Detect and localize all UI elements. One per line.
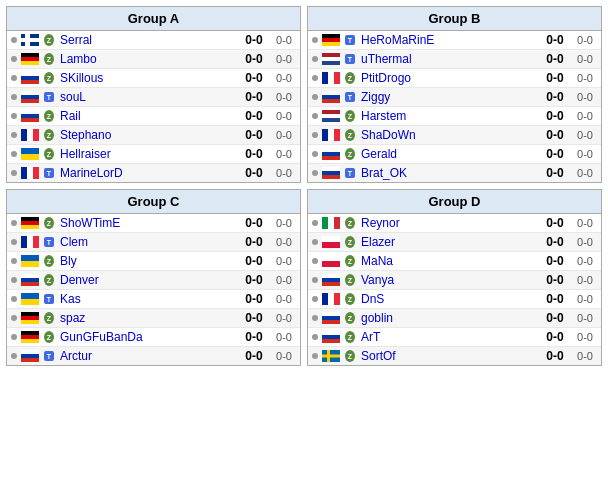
player-name[interactable]: SKillous: [60, 71, 240, 85]
player-race-icon: Z: [343, 311, 357, 325]
player-name[interactable]: Bly: [60, 254, 240, 268]
player-name[interactable]: DnS: [361, 292, 541, 306]
player-name[interactable]: Brat_OK: [361, 166, 541, 180]
player-name[interactable]: Rail: [60, 109, 240, 123]
player-race-icon: Z: [42, 273, 56, 287]
player-name[interactable]: ShoWTimE: [60, 216, 240, 230]
player-name[interactable]: SortOf: [361, 349, 541, 363]
player-name[interactable]: Hellraiser: [60, 147, 240, 161]
score-maps: 0-0: [573, 331, 597, 343]
score-main: 0-0: [541, 33, 569, 47]
table-row: ZSerral0-00-0: [7, 31, 300, 50]
svg-rect-15: [21, 91, 39, 95]
player-name[interactable]: Clem: [60, 235, 240, 249]
player-race-icon: Z: [343, 292, 357, 306]
svg-rect-61: [322, 118, 340, 122]
score-main: 0-0: [240, 52, 268, 66]
svg-rect-95: [21, 282, 39, 286]
score-main: 0-0: [240, 109, 268, 123]
svg-rect-89: [21, 255, 39, 261]
score-maps: 0-0: [573, 91, 597, 103]
row-dot: [11, 220, 17, 226]
player-race-icon: T: [343, 52, 357, 66]
svg-text:Z: Z: [348, 113, 353, 120]
svg-text:T: T: [47, 353, 52, 360]
player-name[interactable]: Kas: [60, 292, 240, 306]
svg-rect-7: [21, 61, 39, 65]
player-name[interactable]: Elazer: [361, 235, 541, 249]
score-main: 0-0: [541, 292, 569, 306]
score-maps: 0-0: [272, 274, 296, 286]
player-name[interactable]: Gerald: [361, 147, 541, 161]
row-dot: [312, 277, 318, 283]
player-race-icon: Z: [343, 71, 357, 85]
player-name[interactable]: goblin: [361, 311, 541, 325]
score-maps: 0-0: [573, 53, 597, 65]
player-name[interactable]: PtitDrogo: [361, 71, 541, 85]
row-dot: [11, 170, 17, 176]
svg-text:Z: Z: [47, 75, 52, 82]
player-race-icon: Z: [343, 128, 357, 142]
player-name[interactable]: Serral: [60, 33, 240, 47]
player-name[interactable]: Harstem: [361, 109, 541, 123]
svg-rect-54: [322, 91, 340, 95]
score-maps: 0-0: [272, 236, 296, 248]
table-row: ZStephano0-00-0: [7, 126, 300, 145]
svg-rect-44: [322, 53, 340, 57]
svg-rect-41: [322, 42, 340, 46]
svg-text:Z: Z: [348, 277, 353, 284]
player-name[interactable]: Ziggy: [361, 90, 541, 104]
table-row: ZDnS0-00-0: [308, 290, 601, 309]
player-race-icon: Z: [42, 109, 56, 123]
player-name[interactable]: HeRoMaRinE: [361, 33, 541, 47]
score-main: 0-0: [240, 90, 268, 104]
player-name[interactable]: Stephano: [60, 128, 240, 142]
table-row: ZSortOf0-00-0: [308, 347, 601, 365]
table-row: TArctur0-00-0: [7, 347, 300, 365]
svg-rect-26: [27, 129, 33, 141]
score-main: 0-0: [240, 166, 268, 180]
player-name[interactable]: Denver: [60, 273, 240, 287]
row-dot: [312, 75, 318, 81]
score-maps: 0-0: [573, 34, 597, 46]
row-dot: [312, 170, 318, 176]
table-row: ZGerald0-00-0: [308, 145, 601, 164]
table-row: ZSKillous0-00-0: [7, 69, 300, 88]
score-main: 0-0: [240, 128, 268, 142]
player-name[interactable]: spaz: [60, 311, 240, 325]
player-name[interactable]: GunGFuBanDa: [60, 330, 240, 344]
svg-text:Z: Z: [348, 258, 353, 265]
table-row: TBrat_OK0-00-0: [308, 164, 601, 182]
player-name[interactable]: Arctur: [60, 349, 240, 363]
player-name[interactable]: MaNa: [361, 254, 541, 268]
table-row: ZElazer0-00-0: [308, 233, 601, 252]
svg-rect-20: [21, 110, 39, 114]
table-row: TZiggy0-00-0: [308, 88, 601, 107]
player-race-icon: Z: [343, 216, 357, 230]
svg-rect-45: [322, 57, 340, 61]
svg-text:Z: Z: [47, 132, 52, 139]
score-main: 0-0: [541, 254, 569, 268]
player-name[interactable]: uThermal: [361, 52, 541, 66]
svg-text:Z: Z: [47, 334, 52, 341]
player-race-icon: Z: [42, 52, 56, 66]
player-name[interactable]: ArT: [361, 330, 541, 344]
row-dot: [11, 353, 17, 359]
svg-rect-56: [322, 99, 340, 103]
svg-rect-146: [322, 335, 340, 339]
player-name[interactable]: Vanya: [361, 273, 541, 287]
svg-rect-75: [322, 171, 340, 175]
svg-rect-39: [322, 34, 340, 38]
player-name[interactable]: Reynor: [361, 216, 541, 230]
player-flag: [322, 255, 340, 267]
player-name[interactable]: MarineLorD: [60, 166, 240, 180]
svg-text:Z: Z: [47, 151, 52, 158]
svg-rect-131: [322, 278, 340, 282]
player-race-icon: Z: [42, 71, 56, 85]
player-name[interactable]: ShaDoWn: [361, 128, 541, 142]
svg-text:T: T: [348, 37, 353, 44]
player-flag: [322, 72, 340, 84]
player-name[interactable]: Lambo: [60, 52, 240, 66]
player-race-icon: T: [42, 349, 56, 363]
player-name[interactable]: souL: [60, 90, 240, 104]
